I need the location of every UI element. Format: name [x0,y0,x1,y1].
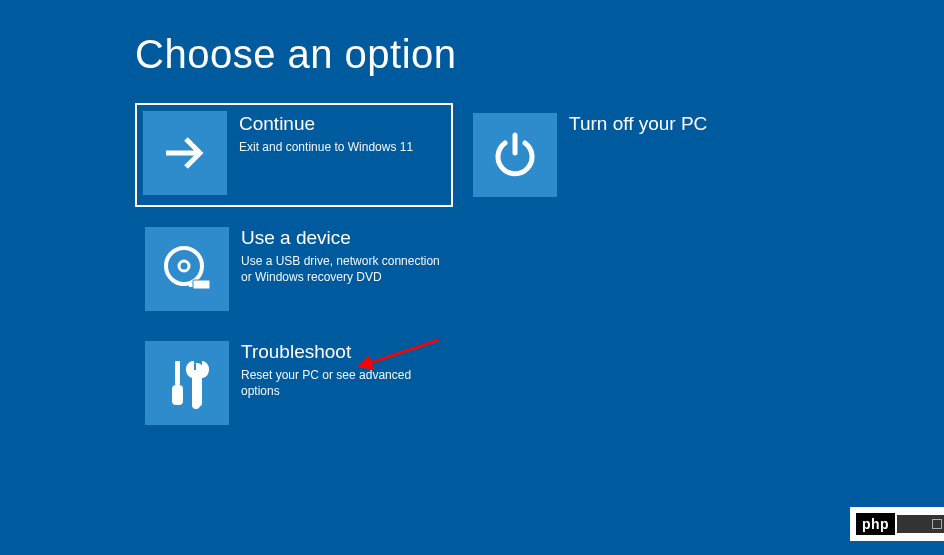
tile-use-device[interactable]: Use a device Use a USB drive, network co… [135,217,453,321]
tools-icon [145,341,229,425]
tile-title: Turn off your PC [569,113,771,136]
svg-point-3 [179,261,189,271]
svg-rect-8 [172,385,183,405]
tile-troubleshoot[interactable]: Troubleshoot Reset your PC or see advanc… [135,331,453,435]
watermark-text: php [856,513,895,535]
disc-usb-icon [145,227,229,311]
watermark-bar [897,515,944,533]
option-tiles: Continue Exit and continue to Windows 11… [135,103,835,435]
watermark: php [850,507,944,541]
svg-rect-4 [193,280,210,289]
tile-title: Troubleshoot [241,341,443,364]
arrow-right-icon [143,111,227,195]
page-title: Choose an option [135,32,944,77]
tile-desc: Reset your PC or see advanced options [241,367,443,399]
tile-title: Use a device [241,227,443,250]
tile-desc: Use a USB drive, network connection or W… [241,253,443,285]
tile-continue[interactable]: Continue Exit and continue to Windows 11 [135,103,453,207]
tile-desc: Exit and continue to Windows 11 [239,139,443,155]
svg-rect-7 [175,361,180,385]
tile-turn-off[interactable]: Turn off your PC [463,103,781,207]
power-icon [473,113,557,197]
tile-title: Continue [239,113,443,136]
svg-point-2 [166,248,202,284]
